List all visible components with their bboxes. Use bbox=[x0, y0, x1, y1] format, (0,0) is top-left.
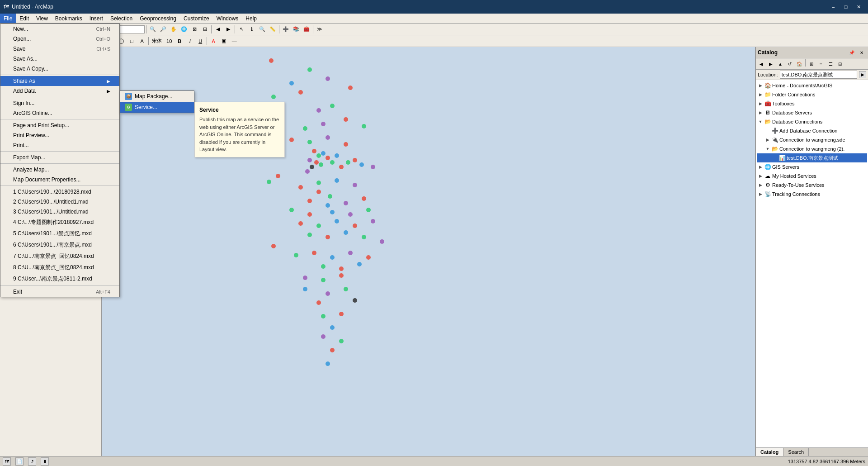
location-input[interactable] bbox=[780, 71, 857, 79]
tb-extent[interactable]: ⊠ bbox=[189, 24, 199, 34]
tree-item-database-connections[interactable]: ▼📂Database Connections bbox=[757, 117, 867, 126]
tree-item-tracking[interactable]: ▶📡Tracking Connections bbox=[757, 190, 867, 199]
recent-7[interactable]: 7 C:\U...\南京景点_回忆0824.mxd bbox=[0, 251, 119, 262]
tree-item-add-db-conn[interactable]: ➕Add Database Connection bbox=[757, 126, 867, 135]
menu-pageprint[interactable]: Page and Print Setup... bbox=[0, 120, 119, 130]
menu-analyzemap[interactable]: Analyze Map... bbox=[0, 165, 119, 175]
tb-zoom-out[interactable]: 🔎 bbox=[158, 24, 168, 34]
menu-shareas[interactable]: Share As ▶ bbox=[0, 76, 119, 86]
tree-item-conn-wangmeng2[interactable]: ▼📂Connection to wangmeng (2). bbox=[757, 144, 867, 153]
menu-print[interactable]: Print... bbox=[0, 140, 119, 150]
tab-search[interactable]: Search bbox=[783, 448, 809, 456]
tb-fill-color[interactable]: ▣ bbox=[219, 36, 229, 46]
tab-catalog[interactable]: Catalog bbox=[756, 448, 783, 456]
tree-item-toolboxes[interactable]: ▶🧰Toolboxes bbox=[757, 99, 867, 108]
sb-refresh[interactable]: ↺ bbox=[28, 457, 36, 466]
tb-find[interactable]: 🔍 bbox=[257, 24, 267, 34]
cat-view-thumb[interactable]: ⊟ bbox=[835, 59, 844, 68]
tb-rect-draw[interactable]: □ bbox=[127, 36, 137, 46]
menu-file[interactable]: File bbox=[0, 14, 16, 23]
tb-font-color[interactable]: A bbox=[208, 36, 218, 46]
tree-item-test-dbo[interactable]: 📊test.DBO.南京景点测试 bbox=[757, 153, 867, 162]
menu-adddata[interactable]: Add Data ▶ bbox=[0, 86, 119, 96]
menu-mapdocprops[interactable]: Map Document Properties... bbox=[0, 175, 119, 185]
tree-toggle-toolboxes[interactable]: ▶ bbox=[757, 100, 764, 107]
close-button[interactable]: ✕ bbox=[853, 2, 864, 11]
tree-toggle-conn-wangmeng2[interactable]: ▼ bbox=[764, 145, 771, 152]
tree-item-database-servers[interactable]: ▶🖥Database Servers bbox=[757, 108, 867, 117]
tree-toggle-conn-wangmeng[interactable]: ▶ bbox=[764, 136, 771, 143]
tree-toggle-ready-to-use[interactable]: ▶ bbox=[757, 181, 764, 189]
recent-3[interactable]: 3 C:\Users\1901...\Untitled.mxd bbox=[0, 207, 119, 217]
tree-toggle-gis-servers[interactable]: ▶ bbox=[757, 163, 764, 171]
tree-item-ready-to-use[interactable]: ▶⚙Ready-To-Use Services bbox=[757, 181, 867, 190]
tb-identify[interactable]: ℹ bbox=[247, 24, 257, 34]
recent-2[interactable]: 2 C:\Users\190...\Untitled1.mxd bbox=[0, 197, 119, 207]
maximize-button[interactable]: □ bbox=[840, 2, 852, 11]
tb-more[interactable]: ≫ bbox=[315, 24, 325, 34]
recent-5[interactable]: 5 C:\Users\1901...\景点回忆.mxd bbox=[0, 228, 119, 239]
tb-add-data[interactable]: ➕ bbox=[281, 24, 291, 34]
menu-selection[interactable]: Selection bbox=[107, 14, 136, 23]
tree-toggle-test-dbo[interactable] bbox=[771, 154, 778, 162]
menu-geoprocessing[interactable]: Geoprocessing bbox=[136, 14, 180, 23]
location-go-button[interactable]: ▶ bbox=[859, 71, 866, 78]
tree-toggle-database-connections[interactable]: ▼ bbox=[757, 118, 764, 125]
tree-item-gis-servers[interactable]: ▶🌐GIS Servers bbox=[757, 162, 867, 171]
tree-toggle-home[interactable]: ▶ bbox=[757, 82, 764, 89]
cat-home[interactable]: 🏠 bbox=[795, 59, 804, 68]
menu-arcgisonline[interactable]: ArcGIS Online... bbox=[0, 108, 119, 118]
tree-toggle-my-hosted[interactable]: ▶ bbox=[757, 172, 764, 180]
menu-customize[interactable]: Customize bbox=[180, 14, 213, 23]
shareas-service[interactable]: ⚙ Service... bbox=[120, 102, 194, 113]
recent-9[interactable]: 9 C:\User...\南京景点0811-2.mxd bbox=[0, 273, 119, 285]
tree-item-home[interactable]: ▶🏠Home - Documents\ArcGIS bbox=[757, 81, 867, 90]
tb-back[interactable]: ◀ bbox=[213, 24, 223, 34]
tb-catalog[interactable]: 📚 bbox=[291, 24, 301, 34]
tb-bold[interactable]: B bbox=[175, 36, 184, 46]
tb-pan[interactable]: ✋ bbox=[169, 24, 179, 34]
menu-saveas[interactable]: Save As... bbox=[0, 54, 119, 64]
tb-globe[interactable]: 🌐 bbox=[179, 24, 189, 34]
cat-view-large[interactable]: ⊞ bbox=[807, 59, 816, 68]
menu-savecopy[interactable]: Save A Copy... bbox=[0, 64, 119, 74]
tb-line-color[interactable]: — bbox=[229, 36, 239, 46]
menu-signin[interactable]: Sign In... bbox=[0, 98, 119, 108]
tb-measure[interactable]: 📏 bbox=[268, 24, 278, 34]
cat-refresh[interactable]: ↺ bbox=[785, 59, 794, 68]
menu-exportmap[interactable]: Export Map... bbox=[0, 152, 119, 162]
recent-8[interactable]: 8 C:\U...\南京景点_回忆0824.mxd bbox=[0, 262, 119, 273]
catalog-tree[interactable]: ▶🏠Home - Documents\ArcGIS▶📁Folder Connec… bbox=[756, 80, 868, 447]
cat-up[interactable]: ▲ bbox=[776, 59, 785, 68]
menu-edit[interactable]: Edit bbox=[16, 14, 33, 23]
recent-6[interactable]: 6 C:\Users\1901...\南京景点.mxd bbox=[0, 239, 119, 251]
tb-select[interactable]: ↖ bbox=[236, 24, 246, 34]
tb-italic[interactable]: I bbox=[185, 36, 195, 46]
menu-help[interactable]: Help bbox=[242, 14, 260, 23]
menu-bookmarks[interactable]: Bookmarks bbox=[52, 14, 86, 23]
tb-zoom-in[interactable]: 🔍 bbox=[148, 24, 158, 34]
tree-toggle-database-servers[interactable]: ▶ bbox=[757, 109, 764, 116]
catalog-pin-button[interactable]: 📌 bbox=[847, 48, 856, 57]
tree-item-my-hosted[interactable]: ▶☁My Hosted Services bbox=[757, 171, 867, 181]
tb-font-size[interactable]: 10 bbox=[164, 36, 174, 46]
menu-view[interactable]: View bbox=[33, 14, 52, 23]
cat-view-detail[interactable]: ☰ bbox=[826, 59, 835, 68]
sb-pause[interactable]: ⏸ bbox=[41, 457, 49, 466]
sb-layout-toggle[interactable]: 📄 bbox=[15, 457, 24, 466]
catalog-close-button[interactable]: ✕ bbox=[857, 48, 866, 57]
tree-toggle-tracking[interactable]: ▶ bbox=[757, 190, 764, 198]
menu-save[interactable]: Save Ctrl+S bbox=[0, 44, 119, 54]
tb-forward[interactable]: ▶ bbox=[223, 24, 233, 34]
menu-windows[interactable]: Windows bbox=[213, 14, 242, 23]
tb-text-draw[interactable]: A bbox=[137, 36, 147, 46]
tree-item-conn-wangmeng[interactable]: ▶🔌Connection to wangmeng.sde bbox=[757, 135, 867, 144]
recent-4[interactable]: 4 C:\...\专题图制作20180927.mxd bbox=[0, 217, 119, 228]
menu-printpreview[interactable]: Print Preview... bbox=[0, 130, 119, 140]
cat-view-list[interactable]: ≡ bbox=[816, 59, 826, 68]
cat-forward[interactable]: ▶ bbox=[766, 59, 775, 68]
tree-toggle-add-db-conn[interactable] bbox=[764, 127, 771, 134]
shareas-mappkg[interactable]: 📦 Map Package... bbox=[120, 91, 194, 102]
menu-insert[interactable]: Insert bbox=[86, 14, 107, 23]
tb-arc-toolbox[interactable]: 🧰 bbox=[302, 24, 311, 34]
